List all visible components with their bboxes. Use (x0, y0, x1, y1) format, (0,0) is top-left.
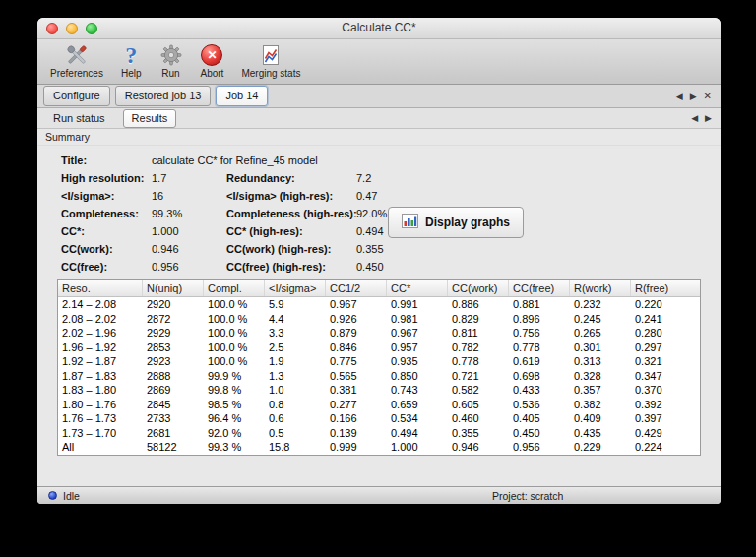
table-row[interactable]: 1.87 – 1.83288899.9 %1.30.5650.8500.7210… (58, 369, 700, 384)
preferences-button[interactable]: Preferences (45, 41, 108, 80)
summary-label: Completeness: (61, 208, 152, 220)
table-cell: 1.000 (387, 440, 448, 455)
table-row[interactable]: 1.76 – 1.73273396.4 %0.60.1660.5340.4600… (58, 411, 700, 426)
table-cell: 1.92 – 1.87 (58, 354, 143, 369)
minimize-window-button[interactable] (66, 23, 78, 34)
table-cell: 2920 (143, 297, 204, 312)
table-cell: 0.241 (631, 312, 692, 327)
merging-stats-button[interactable]: Merging stats (236, 41, 305, 80)
statusbar: Idle Project: scratch (37, 486, 721, 504)
summary-value: 16 (152, 190, 226, 203)
column-header-cc[interactable]: CC* (387, 280, 448, 296)
display-graphs-button[interactable]: Display graphs (388, 207, 524, 238)
table-row[interactable]: 2.02 – 1.962929100.0 %3.30.8790.9670.811… (58, 326, 700, 340)
table-row[interactable]: 1.73 – 1.70268192.0 %0.50.1390.4940.3550… (58, 426, 700, 441)
zoom-window-button[interactable] (86, 23, 97, 34)
table-cell: 0.967 (387, 326, 448, 340)
preferences-tools-icon (64, 42, 90, 68)
table-row[interactable]: 1.83 – 1.80286999.8 %1.00.3810.7430.5820… (58, 383, 700, 398)
table-cell: 4.4 (265, 312, 326, 327)
table-cell: 15.8 (265, 440, 326, 455)
table-cell: 0.534 (387, 411, 448, 426)
table-cell: 0.778 (509, 340, 570, 355)
table-cell: 2929 (143, 326, 204, 340)
table-cell: 0.565 (326, 369, 387, 384)
scroll-subtabs-left-icon[interactable]: ◀ (691, 113, 698, 123)
table-cell: 0.957 (387, 340, 448, 355)
table-cell: 0.967 (326, 297, 387, 312)
column-header-compl[interactable]: Compl. (204, 280, 265, 296)
scroll-tabs-right-icon[interactable]: ▶ (690, 92, 697, 101)
table-cell: 0.370 (631, 383, 692, 398)
column-header-i-sigma[interactable]: <I/sigma> (265, 280, 326, 296)
table-row[interactable]: All5812299.3 %15.80.9991.0000.9460.9560.… (58, 440, 700, 455)
scroll-tabs-left-icon[interactable]: ◀ (676, 92, 683, 101)
column-header-cc-free[interactable]: CC(free) (509, 280, 570, 296)
table-cell: 0.265 (570, 326, 631, 340)
abort-icon: ✕ (201, 42, 222, 68)
column-header-cc-work[interactable]: CC(work) (448, 280, 509, 296)
table-cell: 92.0 % (204, 426, 265, 441)
result-tab-bar: Run status Results ◀ ▶ (37, 108, 721, 129)
table-cell: 0.280 (631, 326, 692, 340)
summary-value: 0.956 (152, 261, 226, 274)
preferences-label: Preferences (50, 68, 103, 79)
table-cell: 0.782 (448, 340, 509, 355)
table-cell: 0.743 (387, 383, 448, 398)
titlebar[interactable]: Calculate CC* (37, 18, 721, 39)
scroll-subtabs-right-icon[interactable]: ▶ (705, 113, 712, 123)
summary-value: 1.000 (152, 225, 226, 238)
table-cell: 0.297 (631, 340, 692, 355)
status-indicator-dot (48, 491, 57, 500)
table-cell: 0.355 (448, 426, 509, 441)
table-cell: 0.5 (265, 426, 326, 441)
table-cell: 2.08 – 2.02 (58, 312, 143, 327)
table-cell: 0.981 (387, 312, 448, 327)
column-header-cc1-2[interactable]: CC1/2 (326, 280, 387, 296)
table-row[interactable]: 2.14 – 2.082920100.0 %5.90.9670.9910.886… (58, 297, 700, 312)
merging-stats-label: Merging stats (241, 68, 300, 79)
table-cell: 0.778 (448, 354, 509, 369)
table-row[interactable]: 1.92 – 1.872923100.0 %1.90.7750.9350.778… (58, 354, 700, 369)
stats-table-header-row: Reso.N(uniq)Compl.<I/sigma>CC1/2CC*CC(wo… (58, 280, 700, 297)
table-cell: 0.935 (387, 354, 448, 369)
table-cell: 0.775 (326, 354, 387, 369)
tab-job-14[interactable]: Job 14 (216, 86, 268, 106)
table-cell: 0.605 (448, 398, 509, 412)
table-cell: 96.4 % (204, 411, 265, 426)
table-cell: 2869 (143, 383, 204, 398)
table-cell: 0.756 (509, 326, 570, 340)
summary-title-value: calculate CC* for Refine_45 model (152, 155, 419, 167)
tab-configure[interactable]: Configure (43, 86, 110, 106)
tab-results[interactable]: Results (123, 109, 177, 128)
help-label: Help (121, 68, 142, 79)
summary-label: Completeness (high-res): (226, 208, 356, 220)
column-header-r-free[interactable]: R(free) (631, 280, 700, 296)
table-cell: 2923 (143, 354, 204, 369)
table-cell: 100.0 % (204, 312, 265, 327)
run-label: Run (161, 68, 179, 79)
column-header-reso[interactable]: Reso. (58, 280, 143, 296)
summary-section-label: Summary (37, 129, 721, 146)
table-cell: 0.999 (326, 440, 387, 455)
table-cell: 0.220 (631, 297, 692, 312)
abort-button[interactable]: ✕ Abort (196, 41, 229, 80)
close-window-button[interactable] (46, 23, 58, 34)
tab-run-status[interactable]: Run status (45, 110, 113, 127)
summary-label: CC(free): (61, 261, 152, 274)
table-cell: 0.946 (448, 440, 509, 455)
help-button[interactable]: ? Help (116, 41, 147, 80)
table-cell: 0.721 (448, 369, 509, 384)
bar-chart-icon (402, 214, 418, 231)
table-cell: 99.3 % (204, 440, 265, 455)
tab-restored-job-13[interactable]: Restored job 13 (115, 86, 212, 106)
table-cell: 0.224 (631, 440, 692, 455)
table-row[interactable]: 2.08 – 2.022872100.0 %4.40.9260.9810.829… (58, 312, 700, 327)
run-button[interactable]: Run (155, 41, 188, 80)
column-header-n-uniq[interactable]: N(uniq) (143, 280, 204, 296)
table-row[interactable]: 1.80 – 1.76284598.5 %0.80.2770.6590.6050… (58, 398, 700, 412)
table-row[interactable]: 1.96 – 1.922853100.0 %2.50.8460.9570.782… (58, 340, 700, 355)
column-header-r-work[interactable]: R(work) (570, 280, 631, 296)
summary-label: <I/sigma> (high-res): (226, 190, 356, 203)
close-tab-icon[interactable]: ✕ (704, 91, 712, 101)
